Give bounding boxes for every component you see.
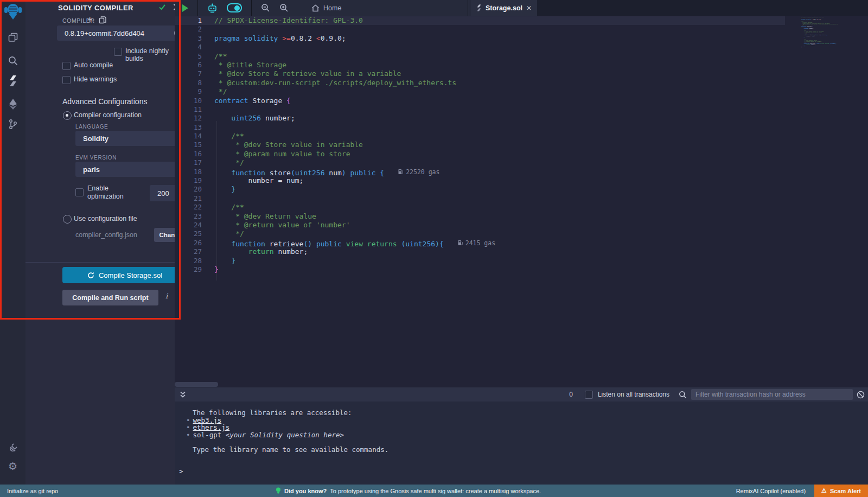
enable-optimization-checkbox[interactable]: [75, 188, 84, 196]
hide-warnings-checkbox[interactable]: [62, 76, 71, 84]
code-line[interactable]: 12 uint256 number;: [175, 114, 785, 123]
transaction-filter-input[interactable]: [691, 389, 853, 400]
code-line[interactable]: 15 * @dev Store value in variable: [175, 141, 785, 149]
code-line[interactable]: 21: [175, 194, 785, 203]
home-tab-label: Home: [323, 4, 341, 12]
include-nightly-checkbox[interactable]: [114, 48, 122, 56]
run-script-play-button[interactable]: [182, 4, 188, 12]
tip-bold-text: Did you know?: [284, 488, 327, 494]
line-number: 4: [175, 43, 202, 52]
code-editor[interactable]: 1// SPDX-License-Identifier: GPL-3.023pr…: [175, 16, 868, 387]
code-line[interactable]: 29}: [175, 265, 785, 274]
code-line[interactable]: 5/**: [175, 52, 785, 61]
optimization-runs-value: 200: [150, 189, 169, 197]
settings-gear-icon[interactable]: ⚙: [0, 457, 25, 475]
tab-storage-sol[interactable]: Storage.sol ✕: [471, 0, 537, 16]
line-number: 25: [175, 230, 202, 238]
code-line[interactable]: 1// SPDX-License-Identifier: GPL-3.0: [175, 16, 785, 25]
code-line[interactable]: 17 */: [175, 158, 785, 167]
editor-horizontal-scrollbar[interactable]: [175, 382, 218, 387]
advanced-configurations-title[interactable]: Advanced Configurations: [62, 97, 147, 106]
info-icon[interactable]: i: [165, 292, 168, 300]
git-icon[interactable]: [0, 115, 25, 133]
terminal-line: •sol-gpt <your Solidity question here>: [175, 431, 868, 439]
language-label: LANGUAGE: [75, 124, 108, 130]
code-line[interactable]: 6 * @title Storage: [175, 61, 785, 69]
line-number: 21: [175, 194, 202, 203]
icon-rail: ⚙: [0, 0, 26, 485]
code-line[interactable]: 20 }: [175, 185, 785, 194]
tab-home[interactable]: Home: [311, 4, 341, 12]
file-explorer-icon[interactable]: [0, 28, 25, 47]
code-line[interactable]: 4: [175, 43, 785, 52]
terminal-body[interactable]: The following libraries are accessible:•…: [175, 402, 868, 485]
library-link[interactable]: ethers.js: [193, 423, 230, 431]
line-number: 19: [175, 176, 202, 185]
add-compiler-icon[interactable]: +: [87, 15, 92, 24]
search-icon[interactable]: [0, 52, 25, 70]
use-config-file-radio[interactable]: [63, 215, 72, 224]
terminal-prompt[interactable]: >: [179, 468, 183, 475]
close-tab-icon[interactable]: ✕: [526, 4, 532, 12]
code-line[interactable]: 14 /**: [175, 132, 785, 141]
code-line[interactable]: 7 * @dev Store & retrieve value in a var…: [175, 69, 785, 78]
code-line[interactable]: 22 /**: [175, 203, 785, 212]
plugin-manager-icon[interactable]: [0, 438, 25, 457]
line-number: 11: [175, 105, 202, 114]
line-number: 29: [175, 265, 202, 274]
copy-compiler-icon[interactable]: [99, 16, 106, 24]
evm-version-label: EVM VERSION: [75, 155, 117, 161]
evm-version-value: paris: [75, 165, 100, 174]
scam-alert-badge[interactable]: ⚠ Scam Alert: [814, 485, 868, 497]
code-line[interactable]: 8 * @custom:dev-run-script ./scripts/dep…: [175, 79, 785, 87]
compiler-config-radio[interactable]: [63, 111, 72, 120]
compile-and-run-button[interactable]: Compile and Run script: [62, 290, 158, 305]
lightbulb-icon: [276, 487, 281, 495]
copilot-toggle[interactable]: [227, 3, 242, 12]
language-select[interactable]: Solidity ▲▼: [75, 131, 187, 146]
terminal-line: •web3.js: [175, 417, 868, 424]
panel-divider: [25, 262, 175, 263]
git-init-status[interactable]: Initialize as git repo: [7, 488, 58, 494]
code-line[interactable]: 2: [175, 25, 785, 34]
code-line[interactable]: 16 * @param num value to store: [175, 150, 785, 158]
code-line[interactable]: 27 return number;: [175, 247, 785, 256]
code-line[interactable]: 28 }: [175, 257, 785, 265]
deploy-run-icon[interactable]: [0, 95, 25, 113]
code-line[interactable]: 9 */: [175, 87, 785, 96]
auto-compile-checkbox[interactable]: [62, 62, 71, 70]
hide-warnings-label: Hide warnings: [74, 75, 117, 83]
zoom-out-icon[interactable]: [261, 3, 270, 12]
zoom-in-icon[interactable]: [279, 3, 289, 12]
code-line[interactable]: 25 */: [175, 230, 785, 238]
code-lines: 1// SPDX-License-Identifier: GPL-3.023pr…: [175, 16, 785, 274]
code-line[interactable]: 13: [175, 123, 785, 132]
copilot-status[interactable]: RemixAI Copilot (enabled): [736, 488, 806, 494]
code-line[interactable]: 26 function retrieve() public view retur…: [175, 239, 785, 247]
line-number: 26: [175, 239, 202, 247]
code-line[interactable]: 23 * @dev Return value: [175, 212, 785, 221]
solidity-compiler-icon[interactable]: [0, 72, 25, 90]
code-line[interactable]: 10contract Storage {: [175, 97, 785, 105]
remix-logo-icon[interactable]: [0, 2, 25, 21]
scam-alert-label: Scam Alert: [830, 488, 861, 494]
editor-minimap[interactable]: // SPDX-License-Identifier: GPL-3.0 prag…: [801, 16, 864, 60]
clear-console-icon[interactable]: [857, 391, 865, 399]
home-icon: [311, 4, 320, 12]
compiler-version-select[interactable]: 0.8.19+commit.7dd6d404 ▲▼: [57, 26, 187, 41]
refresh-icon: [87, 272, 94, 279]
code-line[interactable]: 24 * @return value of 'number': [175, 221, 785, 230]
include-nightly-label: Include nightly builds: [125, 47, 175, 62]
terminal-search-icon[interactable]: [679, 391, 687, 399]
code-line[interactable]: 11: [175, 105, 785, 114]
did-you-know-tip: Did you know? To prototype using the Gno…: [276, 487, 541, 495]
code-line[interactable]: 18 function store(uint256 num) public {2…: [175, 168, 785, 176]
listen-transactions-checkbox[interactable]: [585, 391, 593, 399]
ai-copilot-robot-icon[interactable]: [207, 3, 218, 13]
expand-terminal-icon[interactable]: [180, 391, 186, 398]
compile-button[interactable]: Compile Storage.sol: [62, 267, 187, 283]
enable-optimization-label: Enableoptimization: [87, 184, 124, 201]
evm-version-select[interactable]: paris ▲▼: [75, 162, 187, 177]
code-line[interactable]: 19 number = num;: [175, 176, 785, 185]
code-line[interactable]: 3pragma solidity >=0.8.2 <0.9.0;: [175, 34, 785, 43]
